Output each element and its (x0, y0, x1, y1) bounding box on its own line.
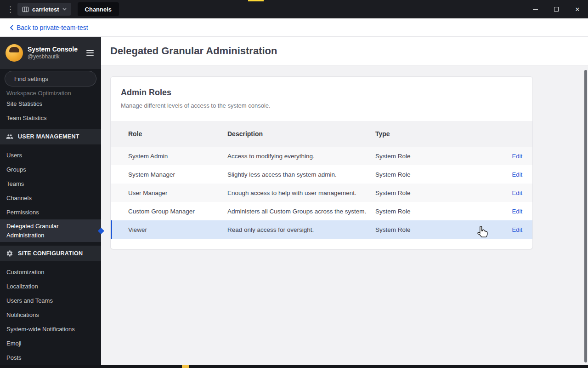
sidebar-item-groups[interactable]: Groups (0, 162, 101, 177)
edit-link[interactable]: Edit (512, 226, 522, 233)
table-row-system-manager: System Manager Slightly less access than… (111, 165, 532, 184)
sidebar-item-users[interactable]: Users (0, 148, 101, 162)
table-row-viewer: Viewer Read only access for oversight. S… (111, 220, 532, 239)
sidebar-item-posts[interactable]: Posts (0, 351, 101, 365)
sidebar-item-users-and-teams[interactable]: Users and Teams (0, 293, 101, 308)
admin-roles-card: Admin Roles Manage different levels of a… (110, 76, 533, 249)
sidebar-item-localization[interactable]: Localization (0, 279, 101, 293)
sidebar-item-teams[interactable]: Teams (0, 177, 101, 191)
section-site-configuration-label: SITE CONFIGURATION (18, 250, 83, 257)
table-row-user-manager: User Manager Enough access to help with … (111, 184, 532, 202)
main-content: Delegated Granular Administration Admin … (101, 37, 588, 368)
chevron-left-icon (9, 24, 14, 31)
sidebar-item-system-wide-notifications[interactable]: System-wide Notifications (0, 322, 101, 336)
vertical-scrollbar (583, 37, 588, 368)
sidebar-nav: Workspace Optimization Site Statistics T… (0, 89, 101, 368)
maximize-icon (554, 7, 559, 12)
team-selector[interactable]: carrietest (17, 3, 71, 16)
cell-role: System Admin (128, 153, 227, 160)
table-row-custom-group-manager: Custom Group Manager Administers all Cus… (111, 202, 532, 220)
cell-description: Read only access for oversight. (227, 226, 375, 233)
chevron-down-icon (62, 8, 67, 11)
bottom-accent-sliver (182, 365, 189, 368)
scrollbar-thumb[interactable] (584, 70, 587, 362)
maximize-button[interactable] (546, 0, 567, 18)
sidebar-header: System Console @yesbhautik (0, 37, 101, 69)
edit-link[interactable]: Edit (512, 171, 522, 178)
team-selector-label: carrietest (32, 6, 59, 13)
table-row-system-admin: System Admin Access to modifying everyth… (111, 147, 532, 165)
cell-description: Enough access to help with user manageme… (227, 190, 375, 196)
section-user-management: USER MANAGEMENT (0, 129, 101, 144)
sidebar-item-workspace-optimization[interactable]: Workspace Optimization (0, 89, 101, 97)
column-type: Type (375, 130, 495, 138)
gear-icon (6, 250, 13, 257)
edit-link[interactable]: Edit (512, 208, 522, 215)
sidebar-username: @yesbhautik (28, 53, 78, 61)
sidebar-item-customization[interactable]: Customization (0, 265, 101, 279)
cell-type: System Role (375, 153, 495, 160)
close-button[interactable]: ✕ (567, 0, 588, 18)
page-header: Delegated Granular Administration (101, 37, 588, 65)
sidebar-header-text: System Console @yesbhautik (28, 45, 78, 61)
search-box[interactable] (5, 71, 96, 86)
cell-type: System Role (375, 171, 495, 178)
cell-description: Slightly less access than system admin. (227, 171, 375, 178)
column-role: Role (128, 130, 227, 138)
window-title-bar: ⋮ carrietest Channels ✕ (0, 0, 588, 18)
minimize-icon (533, 9, 538, 10)
tab-channels-label: Channels (85, 6, 112, 13)
admin-roles-table: Role Description Type System Admin Acces… (111, 121, 532, 249)
section-site-configuration: SITE CONFIGURATION (0, 246, 101, 261)
cell-role: Custom Group Manager (128, 208, 227, 215)
cell-role: Viewer (128, 226, 227, 233)
tab-channels[interactable]: Channels (78, 2, 119, 16)
search-input[interactable] (14, 75, 95, 82)
sidebar-item-notifications[interactable]: Notifications (0, 308, 101, 322)
sidebar-title: System Console (28, 45, 78, 53)
sidebar-item-team-statistics[interactable]: Team Statistics (0, 111, 101, 125)
system-console-sidebar: System Console @yesbhautik Workspace Opt… (0, 37, 101, 368)
sidebar-item-site-statistics[interactable]: Site Statistics (0, 97, 101, 111)
sidebar-item-emoji[interactable]: Emoji (0, 336, 101, 351)
card-subtitle: Manage different levels of access to the… (121, 102, 522, 109)
sidebar-search (0, 69, 101, 89)
user-avatar (6, 44, 23, 62)
back-link-label: Back to private-team-test (17, 24, 88, 31)
card-title: Admin Roles (121, 88, 522, 98)
bottom-edge-strip (0, 365, 588, 368)
page-title: Delegated Granular Administration (110, 45, 277, 57)
minimize-button[interactable] (525, 0, 546, 18)
sidebar-item-channels[interactable]: Channels (0, 191, 101, 205)
team-grid-icon (22, 6, 29, 13)
close-icon: ✕ (575, 6, 580, 13)
back-bar: Back to private-team-test (0, 18, 588, 37)
kebab-menu-icon[interactable]: ⋮ (6, 6, 13, 13)
section-user-management-label: USER MANAGEMENT (18, 133, 79, 140)
column-description: Description (227, 130, 375, 138)
cell-type: System Role (375, 190, 495, 196)
cell-role: System Manager (128, 171, 227, 178)
cell-description: Administers all Custom Groups across the… (227, 208, 375, 215)
cell-role: User Manager (128, 190, 227, 196)
active-item-label: Delegated Granular Administration (6, 222, 91, 240)
back-link[interactable]: Back to private-team-test (9, 24, 88, 31)
top-accent-sliver (248, 0, 264, 1)
edit-link[interactable]: Edit (512, 190, 522, 196)
sidebar-item-permissions[interactable]: Permissions (0, 205, 101, 219)
window-controls: ✕ (525, 0, 588, 18)
people-icon (6, 133, 13, 140)
table-header-row: Role Description Type (111, 121, 532, 147)
cell-description: Access to modifying everything. (227, 153, 375, 160)
edit-link[interactable]: Edit (512, 153, 522, 160)
card-header: Admin Roles Manage different levels of a… (111, 77, 532, 121)
cell-type: System Role (375, 208, 495, 215)
hamburger-menu-icon[interactable] (85, 48, 96, 58)
cell-type: System Role (375, 226, 495, 233)
sidebar-item-delegated-granular-administration[interactable]: Delegated Granular Administration (0, 219, 101, 242)
